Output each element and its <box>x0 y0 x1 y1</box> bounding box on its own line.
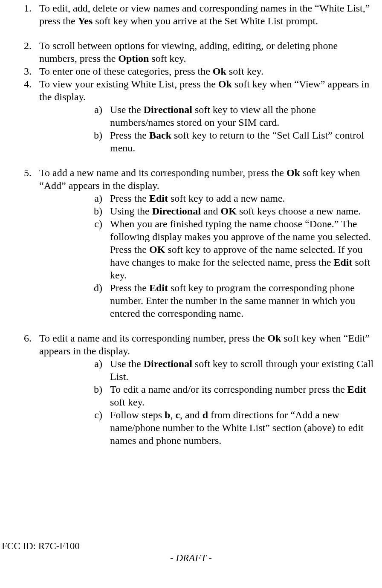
sub-instruction-list: Press the Edit soft key to add a new nam… <box>39 192 374 320</box>
sub-instruction-item: To edit a name and/or its corresponding … <box>107 383 374 408</box>
instruction-list: To edit, add, delete or view names and c… <box>8 2 374 447</box>
draft-label: - DRAFT - <box>8 552 374 565</box>
sub-instruction-item: Use the Directional soft key to scroll t… <box>107 357 374 383</box>
instruction-item: To edit, add, delete or view names and c… <box>34 2 374 27</box>
instruction-item: To add a new name and its corresponding … <box>34 166 374 320</box>
sub-instruction-list: Use the Directional soft key to view all… <box>39 103 374 154</box>
page-footer: FCC ID: R7C-F100 - DRAFT - <box>8 540 374 565</box>
sub-instruction-item: Press the Edit soft key to add a new nam… <box>107 192 374 205</box>
instruction-item: To view your existing White List, press … <box>34 78 374 154</box>
instruction-item: To scroll between options for viewing, a… <box>34 39 374 65</box>
instruction-item: To edit a name and its corresponding num… <box>34 332 374 447</box>
sub-instruction-item: Press the Back soft key to return to the… <box>107 129 374 154</box>
sub-instruction-item: Using the Directional and OK soft keys c… <box>107 205 374 217</box>
instruction-item: To enter one of these categories, press … <box>34 65 374 78</box>
sub-instruction-item: Follow steps b, c, and d from directions… <box>107 408 374 447</box>
sub-instruction-item: Use the Directional soft key to view all… <box>107 103 374 129</box>
sub-instruction-item: Press the Edit soft key to program the c… <box>107 281 374 320</box>
sub-instruction-list: Use the Directional soft key to scroll t… <box>39 357 374 447</box>
fcc-id: FCC ID: R7C-F100 <box>2 540 374 553</box>
sub-instruction-item: When you are finished typing the name ch… <box>107 217 374 281</box>
